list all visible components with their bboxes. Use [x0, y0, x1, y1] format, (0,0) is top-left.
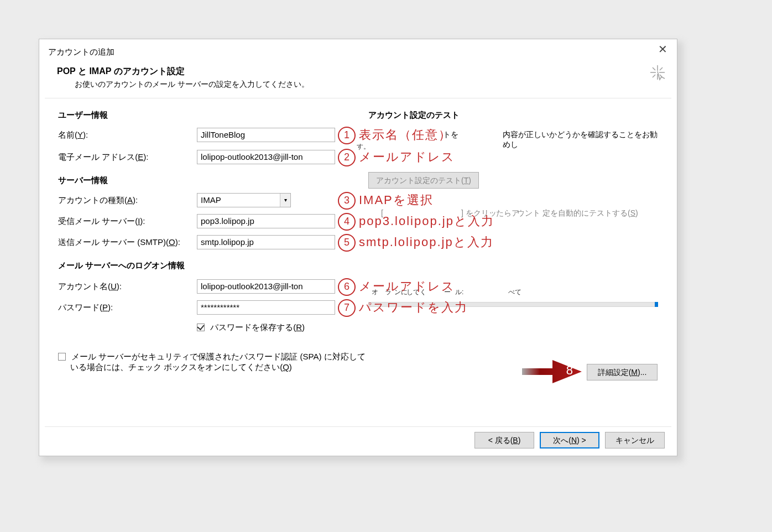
cancel-button[interactable]: キャンセル: [605, 432, 665, 448]
page-subtitle: お使いのアカウントのメール サーバーの設定を入力してください。: [75, 80, 638, 90]
account-name-label: アカウント名(U):: [58, 281, 122, 292]
test-desc-frag: 内容が正しいかどうかを確認することをお勧めし: [503, 130, 660, 150]
next-button[interactable]: 次へ(N) >: [540, 432, 599, 448]
spa-checkbox[interactable]: メール サーバーがセキュリティで保護されたパスワード認証 (SPA) に対応して…: [58, 352, 368, 373]
annotation-3: 3IMAPを選択: [338, 192, 434, 210]
dialog-footer: < 戻る(B) 次へ(N) > キャンセル: [39, 428, 677, 456]
arrow-annotation-8: 8: [522, 359, 583, 384]
annotation-4: 4pop3.lolipop.jpと入力: [338, 213, 494, 231]
name-input[interactable]: JillToneBlog: [197, 128, 335, 142]
offline-frag: べて: [508, 288, 521, 297]
wizard-header: POP と IMAP のアカウント設定 お使いのアカウントのメール サーバーの設…: [48, 66, 638, 90]
account-type-select[interactable]: IMAP ▾: [197, 193, 291, 207]
incoming-server-input[interactable]: pop3.lolipop.jp: [197, 214, 335, 228]
slider-knob[interactable]: [655, 302, 658, 307]
cursor-icon: [649, 64, 666, 81]
annotation-6: 6メールアドレス: [338, 278, 455, 296]
close-icon[interactable]: ✕: [653, 44, 672, 57]
window-title: アカウントの追加: [48, 47, 114, 58]
advanced-settings-button[interactable]: 詳細設定(M)...: [587, 364, 658, 380]
checkbox-icon: [58, 353, 66, 361]
autotest-frag: 定を自動的にテストする(S): [543, 208, 638, 218]
annotation-5: 5smtp.lolipop.jpと入力: [338, 234, 494, 252]
add-account-dialog: アカウントの追加 ✕ POP と IMAP のアカウント設定 お使いのアカウント…: [39, 39, 677, 456]
section-logon-info: メール サーバーへのログオン情報: [58, 260, 185, 271]
chevron-down-icon: ▾: [280, 194, 290, 207]
annotation-1: 1表示名（任意）: [338, 127, 452, 144]
account-type-label: アカウントの種類(A):: [58, 195, 138, 206]
password-input[interactable]: ************: [197, 300, 335, 315]
outgoing-server-label: 送信メール サーバー (SMTP)(O):: [58, 237, 180, 248]
section-server-info: サーバー情報: [58, 175, 108, 186]
offline-frag: ル:: [455, 288, 463, 297]
page-title: POP と IMAP のアカウント設定: [57, 66, 638, 77]
autotest-frag: たらア: [496, 208, 519, 218]
section-user-info: ユーザー情報: [58, 110, 108, 121]
remember-password-checkbox[interactable]: パスワードを保存する(R): [197, 322, 305, 333]
name-label: 名前(Y):: [58, 130, 88, 140]
email-label: 電子メール アドレス(E):: [58, 152, 148, 163]
test-account-button: アカウント設定のテスト(T): [368, 172, 479, 189]
incoming-server-label: 受信メール サーバー(I):: [58, 216, 145, 227]
outgoing-server-input[interactable]: smtp.lolipop.jp: [197, 235, 335, 249]
checkbox-icon: [197, 324, 205, 331]
annotation-2: 2メールアドレス: [338, 149, 455, 166]
section-test: アカウント設定のテスト: [368, 110, 460, 121]
password-label: パスワード(P):: [58, 302, 113, 313]
back-button[interactable]: < 戻る(B): [474, 432, 534, 448]
autotest-frag: ウント: [517, 208, 540, 218]
email-input[interactable]: lolipop-outlook2013@jill-ton: [197, 150, 335, 164]
account-name-input[interactable]: lolipop-outlook2013@jill-ton: [197, 279, 335, 294]
annotation-7: 7パスワードを入力: [338, 299, 468, 317]
titlebar: アカウントの追加 ✕: [39, 39, 677, 59]
dialog-body: ユーザー情報 名前(Y): JillToneBlog 電子メール アドレス(E)…: [56, 106, 660, 417]
